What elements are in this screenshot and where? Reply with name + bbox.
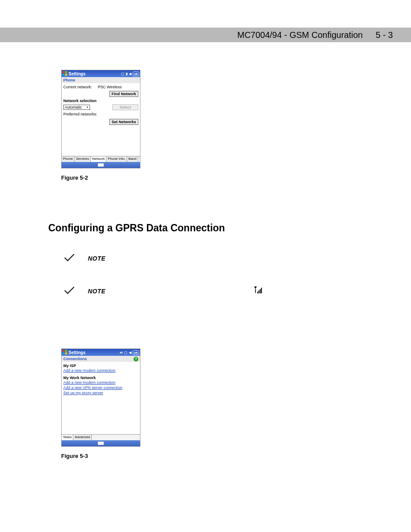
screenshot-connections: Settings ⇄ ▢ ◀ ok Connections ? My ISP A…	[61, 348, 140, 447]
tab-phone-info[interactable]: Phone Info.	[106, 156, 127, 162]
header-title: MC7004/94 - GSM Configuration	[237, 30, 363, 40]
svg-rect-10	[65, 350, 67, 352]
tab-tasks[interactable]: Tasks	[62, 435, 73, 440]
note-block: NOTE	[64, 253, 385, 264]
tab-bar: Phone Services Network Phone Info. Band	[62, 156, 140, 162]
tab-bar: Tasks Advanced	[62, 434, 140, 440]
current-network-label: Current network:	[63, 85, 98, 89]
window-titlebar: Settings ▢ ▮ ◀ ok	[62, 70, 140, 77]
tab-phone[interactable]: Phone	[62, 156, 75, 162]
tab-advanced[interactable]: Advanced	[73, 435, 92, 440]
volume-icon: ◀	[129, 72, 131, 76]
tool-header: Phone	[62, 77, 140, 83]
titlebar-label: Settings	[68, 72, 85, 76]
sip-bar	[62, 440, 140, 446]
note-label: NOTE	[88, 255, 106, 262]
work-add-vpn-link[interactable]: Add a new VPN server connection	[63, 385, 138, 390]
preferred-networks-label: Preferred networks:	[63, 112, 138, 116]
keyboard-icon[interactable]	[98, 163, 104, 167]
page-header: MC7004/94 - GSM Configuration 5 - 3	[0, 28, 411, 42]
svg-rect-11	[62, 352, 65, 355]
start-menu[interactable]: Settings	[62, 71, 85, 76]
work-proxy-link[interactable]: Set up my proxy server	[63, 390, 138, 395]
current-network-value: PSC Wireless	[98, 85, 122, 89]
antenna-signal-icon	[253, 286, 262, 296]
tool-header: Connections ?	[62, 356, 140, 362]
svg-rect-7	[260, 289, 261, 293]
screenshot-phone-settings: Settings ▢ ▮ ◀ ok Phone Current network:	[61, 70, 140, 168]
status-icon: ▢	[121, 72, 125, 76]
my-isp-heading: My ISP	[63, 364, 138, 368]
svg-rect-5	[257, 292, 258, 293]
svg-rect-6	[258, 290, 259, 293]
set-networks-button[interactable]: Set Networks	[109, 119, 138, 125]
tab-network[interactable]: Network	[91, 156, 106, 162]
svg-rect-2	[62, 74, 65, 76]
checkmark-icon	[64, 286, 75, 297]
find-network-button[interactable]: Find Network	[109, 91, 138, 97]
svg-rect-3	[65, 74, 67, 76]
select-button: Select	[112, 104, 138, 110]
work-add-modem-link[interactable]: Add a new modem connection	[63, 380, 138, 385]
network-selection-dropdown[interactable]: Automatic	[63, 105, 90, 110]
keyboard-icon[interactable]	[98, 442, 104, 445]
svg-rect-8	[261, 288, 262, 293]
windows-flag-icon	[62, 71, 68, 76]
figure-caption: Figure 5-2	[61, 174, 385, 181]
signal-icon: ▮	[126, 72, 128, 76]
note-block: NOTE	[64, 286, 385, 297]
isp-add-modem-link[interactable]: Add a new modem connection	[63, 368, 138, 373]
svg-rect-12	[65, 352, 67, 355]
start-menu[interactable]: Settings	[62, 350, 85, 355]
note-label: NOTE	[88, 288, 106, 295]
ok-button[interactable]: ok	[133, 350, 139, 355]
svg-rect-1	[65, 71, 67, 73]
titlebar-label: Settings	[68, 350, 85, 355]
windows-flag-icon	[62, 350, 68, 355]
network-selection-heading: Network selection	[63, 99, 138, 103]
svg-rect-0	[62, 71, 65, 73]
svg-rect-9	[62, 350, 65, 352]
tab-services[interactable]: Services	[75, 156, 91, 162]
sip-bar	[62, 162, 140, 168]
figure-caption: Figure 5-3	[61, 453, 385, 459]
header-page-number: 5 - 3	[376, 30, 393, 40]
ok-button[interactable]: ok	[133, 72, 139, 76]
tab-band[interactable]: Band	[127, 156, 138, 162]
section-heading: Configuring a GPRS Data Connection	[48, 222, 385, 234]
window-titlebar: Settings ⇄ ▢ ◀ ok	[62, 349, 140, 356]
network-card-icon: ▢	[124, 351, 128, 355]
volume-icon: ◀	[129, 351, 131, 355]
my-work-heading: My Work Network	[63, 376, 138, 380]
help-icon[interactable]: ?	[134, 357, 138, 361]
checkmark-icon	[64, 253, 75, 264]
connectivity-icon: ⇄	[120, 351, 123, 355]
